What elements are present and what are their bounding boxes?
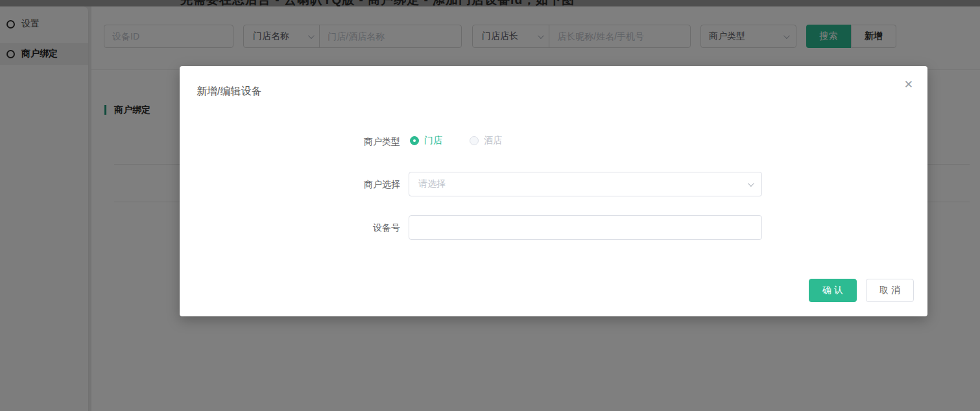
device-no-input[interactable] xyxy=(418,216,752,239)
radio-option-hotel[interactable]: 酒店 xyxy=(470,135,502,147)
device-no-field[interactable] xyxy=(409,215,762,240)
confirm-button[interactable]: 确 认 xyxy=(809,279,857,302)
radio-store-label: 门店 xyxy=(424,135,442,147)
merchant-type-radio-group: 门店 酒店 xyxy=(410,135,502,147)
radio-option-store[interactable]: 门店 xyxy=(410,135,442,147)
radio-unselected-icon[interactable] xyxy=(470,136,479,145)
radio-selected-icon[interactable] xyxy=(410,136,419,145)
dialog-title: 新增/编辑设备 xyxy=(197,85,261,99)
merchant-type-label: 商户类型 xyxy=(270,136,400,148)
merchant-select-placeholder: 请选择 xyxy=(418,178,446,190)
cancel-button[interactable]: 取 消 xyxy=(866,279,914,302)
device-no-label: 设备号 xyxy=(270,222,400,234)
add-edit-device-dialog: 新增/编辑设备 ✕ 商户类型 门店 酒店 商户选择 请选择 设备号 确 认 取 … xyxy=(180,66,927,316)
close-icon[interactable]: ✕ xyxy=(904,79,913,90)
merchant-select-dropdown[interactable]: 请选择 xyxy=(409,172,762,196)
merchant-select-label: 商户选择 xyxy=(270,179,400,191)
chevron-down-icon xyxy=(748,180,754,187)
radio-hotel-label: 酒店 xyxy=(484,135,502,147)
